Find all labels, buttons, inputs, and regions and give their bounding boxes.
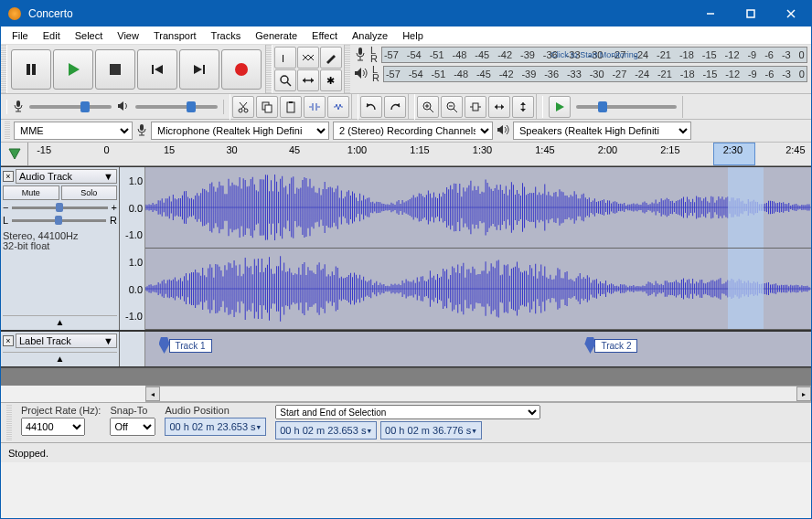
device-toolbar: MME Microphone (Realtek High Defini 2 (S… — [1, 120, 811, 143]
track-close-button[interactable]: × — [3, 335, 14, 346]
svg-text:✱: ✱ — [326, 75, 335, 86]
recording-volume-slider[interactable] — [29, 105, 112, 109]
horizontal-scrollbar[interactable]: ◂ ▸ — [145, 386, 811, 402]
stop-button[interactable] — [95, 49, 135, 90]
track-close-button[interactable]: × — [3, 171, 14, 182]
skip-start-button[interactable] — [137, 49, 177, 90]
selection-end-field[interactable]: 00 h 02 m 36.776 s▾ — [380, 421, 482, 440]
play-button[interactable] — [53, 49, 93, 90]
recording-channels-select[interactable]: 2 (Stereo) Recording Channels — [333, 122, 493, 140]
playback-meter[interactable]: -57-54-51-48-45-42-39-36-33-30-27-24-21-… — [383, 66, 807, 82]
project-rate-select[interactable]: 44100 — [21, 418, 85, 436]
playback-device-select[interactable]: Speakers (Realtek High Definiti — [513, 122, 691, 140]
svg-point-24 — [239, 109, 242, 112]
label-lane[interactable]: Track 1Track 2 — [145, 332, 811, 366]
mic-icon — [136, 123, 147, 138]
scroll-left-button[interactable]: ◂ — [145, 387, 160, 401]
timeline-ruler[interactable]: -1501530451:001:151:301:452:002:152:302:… — [1, 143, 811, 166]
draw-tool-icon[interactable] — [320, 47, 342, 69]
menu-generate[interactable]: Generate — [248, 28, 304, 43]
record-button[interactable] — [221, 49, 262, 90]
track-menu-button[interactable]: Label Track ▼ — [16, 334, 117, 348]
svg-rect-20 — [358, 48, 362, 55]
menu-transport[interactable]: Transport — [146, 28, 204, 43]
grip[interactable] — [5, 122, 10, 140]
track-collapse-button[interactable]: ▲ — [3, 352, 117, 365]
snap-to-label: Snap-To — [110, 405, 155, 416]
waveform-channel-right[interactable] — [145, 249, 811, 330]
copy-button[interactable] — [256, 96, 278, 118]
menu-analyze[interactable]: Analyze — [345, 28, 395, 43]
window-title: Concerto — [28, 7, 690, 20]
selection-tool-icon[interactable]: I — [274, 47, 296, 69]
maximize-button[interactable] — [731, 1, 771, 26]
silence-button[interactable] — [327, 96, 349, 118]
pan-slider[interactable]: LR — [3, 215, 117, 226]
pin-playhead-button[interactable] — [1, 143, 28, 165]
label-track: × Label Track ▼ ▲ Track 1Track 2 — [1, 331, 811, 367]
track-control-panel: × Audio Track ▼ Mute Solo −+ LR Stereo, … — [1, 167, 120, 330]
svg-rect-5 — [32, 64, 36, 75]
undo-button[interactable] — [360, 96, 382, 118]
track-collapse-button[interactable]: ▲ — [3, 315, 117, 328]
envelope-tool-icon[interactable] — [297, 47, 319, 69]
svg-marker-49 — [520, 109, 526, 111]
svg-line-39 — [454, 109, 457, 112]
selection-start-field[interactable]: 00 h 02 m 23.653 s▾ — [275, 421, 377, 440]
svg-marker-53 — [9, 149, 20, 159]
menu-help[interactable]: Help — [395, 28, 431, 43]
redo-button[interactable] — [384, 96, 406, 118]
paste-button[interactable] — [280, 96, 302, 118]
close-button[interactable] — [771, 1, 811, 26]
audio-position-label: Audio Position — [165, 405, 266, 416]
fit-project-button[interactable] — [488, 96, 510, 118]
zoom-tool-icon[interactable] — [274, 69, 296, 91]
audio-host-select[interactable]: MME — [14, 122, 133, 140]
menu-view[interactable]: View — [110, 28, 146, 43]
fit-selection-button[interactable] — [465, 96, 486, 118]
timeshift-tool-icon[interactable] — [297, 69, 319, 91]
recording-device-select[interactable]: Microphone (Realtek High Defini — [151, 122, 329, 140]
audio-position-field[interactable]: 00 h 02 m 23.653 s▾ — [165, 418, 266, 436]
menu-edit[interactable]: Edit — [36, 28, 68, 43]
playback-volume-slider[interactable] — [135, 105, 218, 109]
skip-end-button[interactable] — [179, 49, 219, 90]
play-at-speed-button[interactable] — [549, 96, 571, 118]
audio-track: × Audio Track ▼ Mute Solo −+ LR Stereo, … — [1, 166, 811, 331]
track-menu-button[interactable]: Audio Track ▼ — [16, 169, 117, 184]
zoom-out-button[interactable] — [441, 96, 463, 118]
grip[interactable] — [6, 405, 12, 441]
menu-file[interactable]: File — [5, 28, 36, 43]
gain-slider[interactable]: −+ — [3, 202, 117, 213]
playback-speed-slider[interactable] — [576, 105, 677, 109]
svg-point-12 — [235, 63, 248, 76]
zoom-in-button[interactable] — [417, 96, 439, 118]
label-marker[interactable]: Track 2 — [584, 337, 637, 354]
trim-button[interactable] — [304, 96, 326, 118]
recording-meter[interactable]: -57-54-51-48-45-42-39-36-33-30-27-24-21-… — [381, 47, 807, 63]
track-format-info: Stereo, 44100Hz32-bit float — [3, 231, 117, 251]
selection-mode-select[interactable]: Start and End of Selection — [275, 405, 540, 419]
pause-button[interactable] — [11, 49, 51, 90]
menu-tracks[interactable]: Tracks — [204, 28, 249, 43]
mixer-toolbar — [1, 94, 811, 120]
speaker-icon — [117, 100, 130, 114]
svg-rect-22 — [16, 101, 20, 107]
menu-select[interactable]: Select — [68, 28, 111, 43]
snap-to-select[interactable]: Off — [110, 418, 155, 436]
menu-effect[interactable]: Effect — [304, 28, 345, 43]
speaker-icon — [497, 123, 509, 138]
solo-button[interactable]: Solo — [61, 185, 118, 200]
svg-marker-23 — [118, 101, 123, 111]
zoom-toggle-button[interactable] — [512, 96, 534, 118]
multi-tool-icon[interactable]: ✱ — [320, 69, 342, 91]
cut-button[interactable] — [232, 96, 254, 118]
mute-button[interactable]: Mute — [3, 185, 59, 200]
svg-line-35 — [430, 109, 433, 112]
scroll-right-button[interactable]: ▸ — [796, 387, 811, 401]
minimize-button[interactable] — [690, 1, 731, 26]
label-marker[interactable]: Track 1 — [159, 337, 212, 354]
svg-marker-52 — [497, 125, 503, 134]
waveform-channel-left[interactable] — [145, 167, 811, 249]
svg-marker-50 — [556, 102, 564, 111]
